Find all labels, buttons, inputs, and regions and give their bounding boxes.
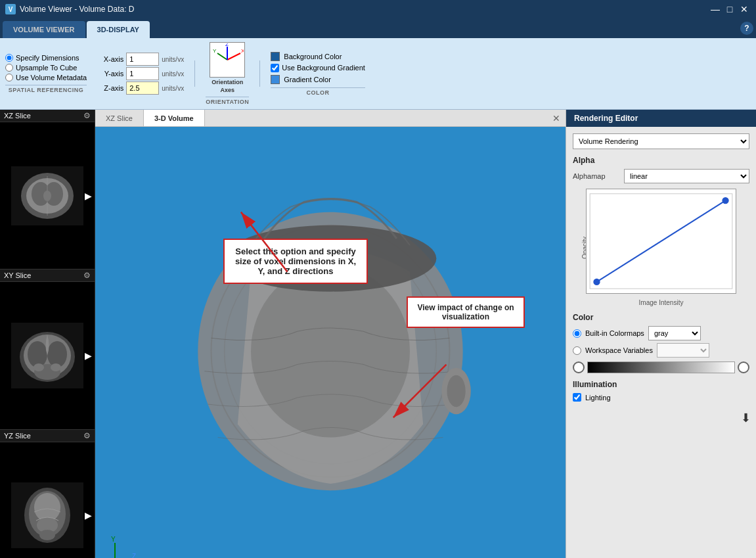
- xz-slice-gear-icon[interactable]: ⚙: [83, 111, 91, 120]
- gradient-color-swatch[interactable]: [271, 75, 280, 84]
- workspace-variables-label: Workspace Variables: [585, 346, 653, 354]
- y-axis-label: Y-axis: [97, 70, 123, 78]
- radio-use-metadata[interactable]: Use Volume Metadata: [5, 74, 87, 81]
- tab-3d-display[interactable]: 3D-DISPLAY: [87, 21, 150, 38]
- radio-upsample-cube[interactable]: Upsample To Cube: [5, 64, 87, 72]
- annotation-instruction-box: Select this option and specify size of v…: [223, 239, 368, 284]
- svg-point-33: [447, 375, 465, 407]
- x-axis-label: X-axis: [97, 55, 123, 63]
- gradient-handle-right[interactable]: [738, 361, 749, 373]
- alphamap-dropdown[interactable]: linear: [624, 169, 749, 183]
- lighting-label: Lighting: [585, 394, 611, 402]
- lighting-checkbox[interactable]: [573, 393, 581, 402]
- y-axis-unit: units/vx: [162, 70, 184, 78]
- gradient-color-row: Gradient Color: [271, 75, 365, 84]
- orientation-widget[interactable]: X Y Z Orientation Axes: [206, 42, 249, 93]
- spatial-referencing-label: SPATIAL REFERENCING: [5, 85, 87, 93]
- use-background-gradient-label: Use Background Gradient: [282, 64, 365, 72]
- gradient-strip: [587, 361, 735, 373]
- xz-brain-svg: [11, 166, 83, 225]
- scroll-down-arrow-icon[interactable]: ⬇: [741, 411, 751, 425]
- chart-svg: [587, 189, 736, 293]
- minimize-button[interactable]: —: [709, 3, 722, 16]
- xz-slice-panel: XZ Slice ⚙ ▶: [0, 110, 95, 269]
- 3d-viewport: Select this option and specify size of v…: [95, 127, 566, 558]
- maximize-button[interactable]: □: [723, 3, 736, 16]
- builtin-colormaps-radio[interactable]: [573, 329, 581, 338]
- svg-point-26: [39, 530, 55, 540]
- yz-slice-arrow-icon[interactable]: ▶: [85, 510, 92, 521]
- annotation-instruction-text: Select this option and specify size of v…: [235, 246, 356, 276]
- close-button[interactable]: ✕: [738, 3, 751, 16]
- viewport-tabs: XZ Slice 3-D Volume ✕: [95, 110, 566, 127]
- toolbar: Specify Dimensions Upsample To Cube Use …: [0, 38, 756, 110]
- annotation-impact-box: View impact of change on visualization: [407, 296, 525, 328]
- x-axis-input[interactable]: [126, 53, 159, 66]
- svg-point-46: [593, 279, 600, 285]
- yz-slice-gear-icon[interactable]: ⚙: [83, 431, 91, 440]
- yz-slice-title: YZ Slice: [4, 432, 31, 440]
- lighting-row[interactable]: Lighting: [573, 393, 749, 402]
- tab-volume-viewer[interactable]: VOLUME VIEWER: [3, 21, 85, 38]
- z-axis-input[interactable]: [126, 81, 159, 95]
- orientation-sublabel: Axes: [220, 87, 234, 93]
- workspace-variables-row: Workspace Variables: [573, 343, 749, 358]
- illumination-section: Illumination Lighting: [573, 380, 749, 402]
- workspace-variables-dropdown[interactable]: [657, 343, 709, 358]
- z-axis-unit: units/vx: [162, 85, 184, 92]
- xz-slice-arrow-icon[interactable]: ▶: [85, 191, 92, 201]
- svg-point-16: [28, 341, 47, 367]
- builtin-colormaps-row: Built-in Colormaps gray: [573, 326, 749, 340]
- viewport-tab-xz[interactable]: XZ Slice: [95, 110, 144, 126]
- orientation-label: Orientation: [211, 79, 243, 85]
- app-icon: V: [5, 4, 16, 14]
- svg-text:Z: Z: [225, 43, 229, 47]
- rendering-editor-header: Rendering Editor: [566, 110, 756, 127]
- yz-slice-header: YZ Slice ⚙: [0, 430, 95, 442]
- rendering-type-dropdown[interactable]: Volume Rendering: [573, 133, 749, 149]
- xz-slice-header: XZ Slice ⚙: [0, 110, 95, 122]
- xy-slice-image: ▶: [0, 282, 95, 429]
- background-color-swatch[interactable]: [271, 52, 280, 61]
- help-button[interactable]: ?: [740, 22, 753, 35]
- gradient-handle-left[interactable]: [573, 361, 585, 373]
- builtin-colormaps-dropdown[interactable]: gray: [648, 326, 701, 340]
- separator-2: [259, 60, 260, 87]
- window-title: Volume Viewer - Volume Data: D: [20, 5, 135, 14]
- background-color-label: Background Color: [284, 53, 342, 60]
- viewport-close-button[interactable]: ✕: [550, 112, 563, 125]
- svg-text:X: X: [241, 48, 244, 54]
- rendering-editor-body: Volume Rendering Alpha Alphamap linear O…: [566, 127, 756, 408]
- orientation-section-label: ORIENTATION: [206, 97, 249, 105]
- yz-brain-svg: [11, 482, 83, 548]
- yz-slice-image: ▶: [0, 442, 95, 558]
- svg-text:Y: Y: [111, 536, 116, 543]
- separator-1: [194, 60, 195, 87]
- svg-point-17: [47, 341, 67, 367]
- 3d-viewport-svg: [95, 127, 566, 558]
- svg-line-0: [227, 53, 240, 60]
- z-axis-row: Z-axis units/vx: [97, 81, 184, 95]
- xy-slice-gear-icon[interactable]: ⚙: [83, 271, 91, 280]
- workspace-variables-radio[interactable]: [573, 346, 581, 355]
- spatial-referencing-section: Specify Dimensions Upsample To Cube Use …: [5, 54, 87, 93]
- orientation-box[interactable]: X Y Z: [210, 42, 245, 78]
- title-bar: V Volume Viewer - Volume Data: D — □ ✕: [0, 0, 756, 18]
- chart-x-label: Image Intensity: [586, 299, 736, 306]
- tab-bar: VOLUME VIEWER 3D-DISPLAY ?: [0, 18, 756, 38]
- opacity-chart[interactable]: [586, 189, 736, 294]
- x-axis-row: X-axis units/vx: [97, 53, 184, 66]
- viewport-tab-3d[interactable]: 3-D Volume: [144, 110, 205, 126]
- xy-slice-arrow-icon[interactable]: ▶: [85, 350, 92, 361]
- gradient-bar-container: [573, 361, 749, 373]
- svg-text:Z: Z: [132, 553, 136, 558]
- x-axis-unit: units/vx: [162, 56, 184, 63]
- use-background-gradient-checkbox[interactable]: [271, 64, 279, 72]
- radio-specify-dimensions[interactable]: Specify Dimensions: [5, 54, 87, 62]
- svg-point-47: [722, 197, 728, 204]
- xz-slice-title: XZ Slice: [4, 112, 31, 120]
- y-axis-row: Y-axis units/vx: [97, 67, 184, 80]
- y-axis-input[interactable]: [126, 67, 159, 80]
- alpha-section-label: Alpha: [573, 156, 749, 165]
- svg-point-20: [51, 363, 61, 371]
